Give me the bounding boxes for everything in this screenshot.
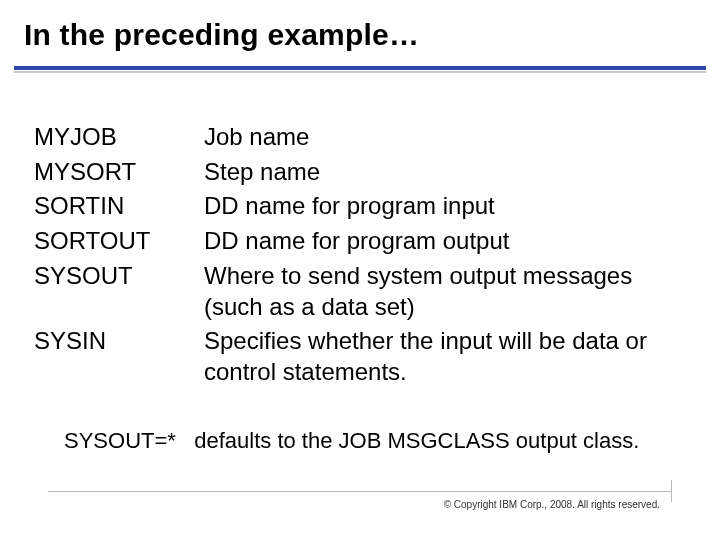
definitions-table: MYJOB Job name MYSORT Step name SORTIN D… [32, 120, 680, 392]
desc: Job name [196, 122, 678, 155]
table-row: SORTIN DD name for program input [34, 191, 678, 224]
term: SYSIN [34, 326, 194, 389]
footer-tick [671, 480, 672, 502]
slide-body: MYJOB Job name MYSORT Step name SORTIN D… [32, 120, 680, 454]
desc: Where to send system output messages (su… [196, 261, 678, 324]
footer-rule [48, 491, 672, 492]
desc: DD name for program input [196, 191, 678, 224]
slide-title: In the preceding example… [0, 0, 720, 52]
desc: Specifies whether the input will be data… [196, 326, 678, 389]
table-row: SORTOUT DD name for program output [34, 226, 678, 259]
term: MYSORT [34, 157, 194, 190]
desc: Step name [196, 157, 678, 190]
rule-blue [14, 66, 706, 70]
desc: DD name for program output [196, 226, 678, 259]
table-row: MYJOB Job name [34, 122, 678, 155]
term: SORTIN [34, 191, 194, 224]
term: SORTOUT [34, 226, 194, 259]
term: MYJOB [34, 122, 194, 155]
footnote-right: defaults to the JOB MSGCLASS output clas… [194, 428, 639, 453]
footnote: SYSOUT=* defaults to the JOB MSGCLASS ou… [32, 428, 680, 454]
term: SYSOUT [34, 261, 194, 324]
table-row: MYSORT Step name [34, 157, 678, 190]
table-row: SYSOUT Where to send system output messa… [34, 261, 678, 324]
footnote-left: SYSOUT=* [64, 428, 176, 453]
slide: In the preceding example… MYJOB Job name… [0, 0, 720, 540]
rule-grey [14, 71, 706, 73]
table-row: SYSIN Specifies whether the input will b… [34, 326, 678, 389]
copyright: © Copyright IBM Corp., 2008. All rights … [444, 499, 660, 510]
title-rule [14, 66, 706, 73]
